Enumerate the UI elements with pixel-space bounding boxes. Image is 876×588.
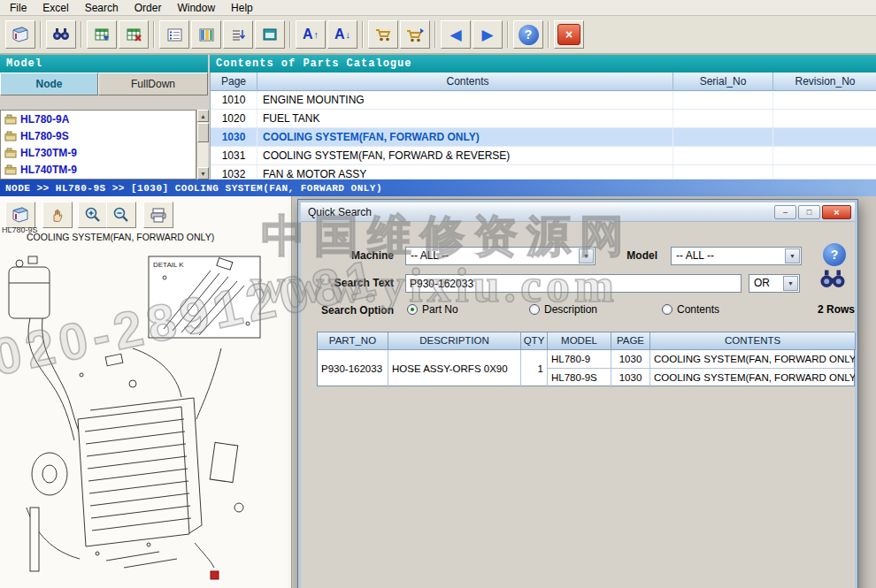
export-excel-all-button[interactable] bbox=[119, 20, 149, 49]
fulldown-tab-button[interactable]: FullDown bbox=[98, 73, 208, 95]
cell-revision bbox=[773, 165, 876, 179]
forward-button[interactable]: ▶ bbox=[473, 20, 503, 49]
exit-button[interactable]: × bbox=[554, 20, 584, 49]
menu-search[interactable]: Search bbox=[79, 1, 125, 15]
window-split-button[interactable] bbox=[255, 20, 285, 49]
dialog-search-button[interactable] bbox=[819, 270, 846, 292]
font-decrease-button[interactable]: A↓ bbox=[327, 20, 357, 49]
table-row[interactable]: 1020 FUEL TANK bbox=[211, 110, 876, 128]
chevron-down-icon[interactable]: ▼ bbox=[785, 248, 800, 263]
cell-serial bbox=[673, 110, 773, 128]
menu-window[interactable]: Window bbox=[171, 1, 221, 15]
scroll-up-button[interactable]: ▲ bbox=[197, 110, 209, 122]
grid-cell-part-no[interactable]: P930-162033 bbox=[318, 350, 388, 387]
parts-diagram[interactable]: DETAIL K bbox=[0, 242, 292, 588]
cart-order-button[interactable] bbox=[400, 20, 430, 49]
font-increase-button[interactable]: A↑ bbox=[296, 20, 326, 49]
tree-item-label: HL780-9S bbox=[20, 130, 69, 142]
dialog-title-bar[interactable]: Quick Search – □ × bbox=[301, 202, 855, 222]
table-row[interactable]: 1010 ENGINE MOUNTING bbox=[211, 91, 876, 110]
hand-icon bbox=[50, 207, 65, 223]
maximize-button[interactable]: □ bbox=[798, 205, 820, 219]
radio-selected-icon[interactable] bbox=[407, 304, 418, 315]
grid-header-description[interactable]: DESCRIPTION bbox=[388, 332, 521, 350]
operator-select[interactable]: OR ▼ bbox=[749, 274, 800, 293]
column-layout-button[interactable] bbox=[191, 20, 221, 49]
scrollbar-thumb[interactable] bbox=[197, 123, 209, 142]
zoom-in-icon bbox=[84, 206, 102, 224]
report-list-button[interactable] bbox=[159, 20, 189, 49]
grid-cell-page[interactable]: 1030 bbox=[611, 350, 650, 369]
col-header-serial[interactable]: Serial_No bbox=[673, 73, 773, 91]
node-tab-button[interactable]: Node bbox=[0, 73, 98, 95]
grid-header-contents[interactable]: CONTENTS bbox=[650, 332, 856, 350]
radio-description[interactable]: Description bbox=[529, 303, 597, 316]
col-header-revision[interactable]: Revision_No bbox=[773, 73, 876, 91]
tree-item-hl740tm-9[interactable]: HL740TM-9 bbox=[1, 161, 196, 178]
menu-file[interactable]: File bbox=[4, 1, 33, 15]
sort-order-button[interactable] bbox=[223, 20, 253, 49]
table-row[interactable]: 1032 FAN & MOTOR ASSY bbox=[211, 165, 876, 179]
back-button[interactable]: ◀ bbox=[441, 20, 471, 49]
grid-cell-model[interactable]: HL780-9 bbox=[548, 350, 611, 369]
grid-header-model[interactable]: MODEL bbox=[548, 332, 611, 350]
machine-select[interactable]: -- ALL -- ▼ bbox=[405, 247, 596, 265]
grid-cell-contents[interactable]: COOLING SYSTEM(FAN, FORWARD ONLY) bbox=[650, 369, 856, 387]
print-button[interactable] bbox=[143, 202, 173, 228]
search-text-input[interactable] bbox=[405, 274, 742, 293]
tree-item-hl780-9a[interactable]: HL780-9A bbox=[1, 111, 196, 127]
col-header-contents[interactable]: Contents bbox=[257, 73, 673, 91]
menu-excel[interactable]: Excel bbox=[36, 1, 74, 15]
grid-header-part-no[interactable]: PART_NO bbox=[318, 332, 388, 350]
search-button[interactable] bbox=[46, 20, 76, 49]
cart-button[interactable] bbox=[368, 20, 398, 49]
dialog-close-button[interactable]: × bbox=[822, 205, 851, 219]
minimize-button[interactable]: – bbox=[774, 205, 796, 219]
radio-part-no[interactable]: Part No bbox=[407, 303, 458, 316]
grid-cell-description[interactable]: HOSE ASSY-ORFS 0X90 bbox=[388, 350, 521, 387]
main-toolbar: A↑ A↓ ◀ ▶ ? × bbox=[0, 16, 876, 55]
search-results-grid: PART_NO DESCRIPTION QTY MODEL PAGE CONTE… bbox=[317, 332, 855, 386]
toolbar-separator bbox=[289, 21, 291, 48]
help-button[interactable]: ? bbox=[513, 20, 543, 49]
tree-item-hl780-9s[interactable]: HL780-9S bbox=[1, 127, 196, 144]
chevron-down-icon[interactable]: ▼ bbox=[783, 276, 798, 291]
table-row-selected[interactable]: 1030 COOLING SYSTEM(FAN, FORWARD ONLY) bbox=[211, 128, 876, 147]
cell-serial bbox=[673, 91, 773, 110]
machine-icon bbox=[4, 164, 17, 175]
viewer-open-button[interactable] bbox=[5, 202, 35, 228]
toolbar-separator bbox=[153, 21, 155, 48]
radio-contents-label[interactable]: Contents bbox=[677, 303, 719, 316]
grid-cell-model[interactable]: HL780-9S bbox=[548, 369, 611, 387]
radio-description-label[interactable]: Description bbox=[544, 303, 597, 316]
dialog-help-icon[interactable]: ? bbox=[823, 243, 846, 266]
tree-item-hl730tm-9[interactable]: HL730TM-9 bbox=[1, 144, 196, 161]
zoom-out-button[interactable] bbox=[106, 202, 136, 228]
radio-contents[interactable]: Contents bbox=[662, 303, 719, 316]
table-row[interactable]: 1031 COOLING SYSTEM(FAN, FORWARD & REVER… bbox=[211, 147, 876, 165]
grid-cell-contents[interactable]: COOLING SYSTEM(FAN, FORWARD ONLY) bbox=[650, 350, 856, 369]
radio-icon[interactable] bbox=[529, 304, 540, 315]
col-header-page[interactable]: Page bbox=[211, 73, 257, 91]
menu-order[interactable]: Order bbox=[128, 1, 168, 15]
grid-header-page[interactable]: PAGE bbox=[611, 332, 650, 350]
grid-header-qty[interactable]: QTY bbox=[521, 332, 548, 350]
cell-contents: COOLING SYSTEM(FAN, FORWARD & REVERSE) bbox=[257, 147, 673, 165]
radio-part-no-label[interactable]: Part No bbox=[422, 303, 458, 316]
grid-cell-qty[interactable]: 1 bbox=[521, 350, 548, 387]
zoom-in-button[interactable] bbox=[78, 202, 108, 228]
pan-tool-button[interactable] bbox=[42, 202, 73, 228]
grid-cell-page[interactable]: 1030 bbox=[611, 369, 650, 387]
dialog-title: Quick Search bbox=[308, 206, 372, 218]
tree-item-label: HL730TM-9 bbox=[20, 147, 77, 159]
toolbar-separator bbox=[548, 21, 549, 48]
cell-contents: COOLING SYSTEM(FAN, FORWARD ONLY) bbox=[257, 128, 673, 147]
menu-help[interactable]: Help bbox=[225, 1, 259, 15]
radio-icon[interactable] bbox=[662, 304, 672, 315]
export-excel-button[interactable] bbox=[87, 20, 117, 49]
model-select[interactable]: -- ALL -- ▼ bbox=[671, 247, 802, 265]
selected-part-marker[interactable] bbox=[211, 571, 219, 579]
excel-export-all-icon bbox=[127, 28, 142, 42]
open-catalog-button[interactable] bbox=[5, 20, 35, 49]
scroll-down-button[interactable]: ▼ bbox=[197, 167, 209, 179]
